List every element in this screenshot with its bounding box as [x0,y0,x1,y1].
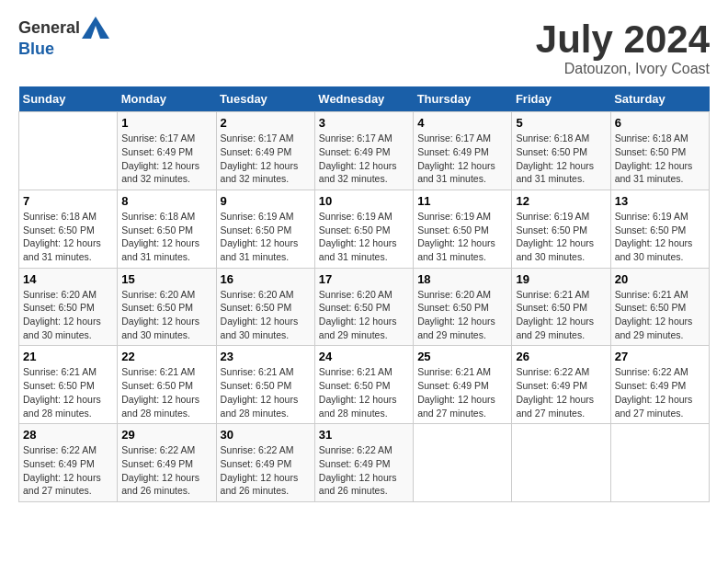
calendar-cell [610,424,709,502]
col-header-thursday: Thursday [414,86,512,112]
day-info: Sunrise: 6:20 AM Sunset: 6:50 PM Dayligh… [221,288,311,342]
day-number: 29 [121,428,211,442]
day-number: 14 [23,272,113,286]
day-info: Sunrise: 6:18 AM Sunset: 6:50 PM Dayligh… [23,210,113,264]
location-title: Datouzon, Ivory Coast [536,61,710,77]
day-number: 17 [319,272,409,286]
day-number: 1 [121,116,211,130]
calendar-cell: 12Sunrise: 6:19 AM Sunset: 6:50 PM Dayli… [512,190,610,268]
day-info: Sunrise: 6:19 AM Sunset: 6:50 PM Dayligh… [221,210,311,264]
calendar-week-4: 21Sunrise: 6:21 AM Sunset: 6:50 PM Dayli… [19,346,710,424]
calendar-table: SundayMondayTuesdayWednesdayThursdayFrid… [18,86,710,502]
calendar-cell: 22Sunrise: 6:21 AM Sunset: 6:50 PM Dayli… [118,346,216,424]
day-info: Sunrise: 6:21 AM Sunset: 6:50 PM Dayligh… [319,365,409,419]
page-header: General Blue July 2024 Datouzon, Ivory C… [18,18,710,77]
calendar-cell: 7Sunrise: 6:18 AM Sunset: 6:50 PM Daylig… [19,190,118,268]
day-number: 6 [615,116,705,130]
col-header-monday: Monday [118,86,216,112]
day-info: Sunrise: 6:20 AM Sunset: 6:50 PM Dayligh… [23,288,113,342]
day-number: 8 [121,194,211,208]
month-title: July 2024 [536,18,710,61]
day-number: 25 [417,350,507,363]
day-info: Sunrise: 6:22 AM Sunset: 6:49 PM Dayligh… [221,443,311,498]
calendar-cell: 23Sunrise: 6:21 AM Sunset: 6:50 PM Dayli… [216,346,314,424]
calendar-cell: 17Sunrise: 6:20 AM Sunset: 6:50 PM Dayli… [314,268,413,346]
calendar-cell [414,424,512,502]
day-number: 4 [417,116,507,130]
calendar-cell: 24Sunrise: 6:21 AM Sunset: 6:50 PM Dayli… [314,346,413,424]
calendar-cell: 14Sunrise: 6:20 AM Sunset: 6:50 PM Dayli… [19,268,118,346]
day-number: 11 [417,194,507,208]
day-info: Sunrise: 6:20 AM Sunset: 6:50 PM Dayligh… [319,288,409,342]
calendar-header-row: SundayMondayTuesdayWednesdayThursdayFrid… [19,86,710,112]
calendar-cell: 31Sunrise: 6:22 AM Sunset: 6:49 PM Dayli… [314,424,413,502]
calendar-week-3: 14Sunrise: 6:20 AM Sunset: 6:50 PM Dayli… [19,268,710,346]
day-info: Sunrise: 6:17 AM Sunset: 6:49 PM Dayligh… [319,132,409,186]
day-number: 9 [221,194,311,208]
col-header-friday: Friday [512,86,610,112]
day-number: 7 [23,194,113,208]
logo-general: General [18,18,109,40]
calendar-cell: 10Sunrise: 6:19 AM Sunset: 6:50 PM Dayli… [314,190,413,268]
calendar-week-2: 7Sunrise: 6:18 AM Sunset: 6:50 PM Daylig… [19,190,710,268]
day-number: 30 [221,428,311,442]
calendar-cell: 28Sunrise: 6:22 AM Sunset: 6:49 PM Dayli… [19,424,118,502]
day-info: Sunrise: 6:17 AM Sunset: 6:49 PM Dayligh… [221,132,311,186]
day-info: Sunrise: 6:21 AM Sunset: 6:49 PM Dayligh… [417,365,507,419]
day-number: 23 [221,350,311,363]
day-number: 31 [319,428,409,442]
day-number: 12 [516,194,606,208]
day-info: Sunrise: 6:22 AM Sunset: 6:49 PM Dayligh… [121,443,211,498]
calendar-cell [19,112,118,190]
calendar-cell: 20Sunrise: 6:21 AM Sunset: 6:50 PM Dayli… [610,268,709,346]
day-info: Sunrise: 6:22 AM Sunset: 6:49 PM Dayligh… [516,365,606,419]
day-number: 26 [516,350,606,363]
col-header-wednesday: Wednesday [314,86,413,112]
calendar-cell: 11Sunrise: 6:19 AM Sunset: 6:50 PM Dayli… [414,190,512,268]
calendar-cell: 18Sunrise: 6:20 AM Sunset: 6:50 PM Dayli… [414,268,512,346]
day-number: 5 [516,116,606,130]
day-info: Sunrise: 6:19 AM Sunset: 6:50 PM Dayligh… [319,210,409,264]
day-info: Sunrise: 6:18 AM Sunset: 6:50 PM Dayligh… [516,132,606,186]
calendar-cell: 3Sunrise: 6:17 AM Sunset: 6:49 PM Daylig… [314,112,413,190]
day-number: 3 [319,116,409,130]
calendar-cell: 1Sunrise: 6:17 AM Sunset: 6:49 PM Daylig… [118,112,216,190]
day-info: Sunrise: 6:19 AM Sunset: 6:50 PM Dayligh… [615,210,705,264]
calendar-cell: 8Sunrise: 6:18 AM Sunset: 6:50 PM Daylig… [118,190,216,268]
day-number: 28 [23,428,113,442]
calendar-week-5: 28Sunrise: 6:22 AM Sunset: 6:49 PM Dayli… [19,424,710,502]
day-number: 21 [23,350,113,363]
calendar-cell: 4Sunrise: 6:17 AM Sunset: 6:49 PM Daylig… [414,112,512,190]
day-number: 22 [121,350,211,363]
day-info: Sunrise: 6:18 AM Sunset: 6:50 PM Dayligh… [121,210,211,264]
day-info: Sunrise: 6:17 AM Sunset: 6:49 PM Dayligh… [417,132,507,186]
calendar-cell: 5Sunrise: 6:18 AM Sunset: 6:50 PM Daylig… [512,112,610,190]
col-header-tuesday: Tuesday [216,86,314,112]
day-number: 15 [121,272,211,286]
day-info: Sunrise: 6:17 AM Sunset: 6:49 PM Dayligh… [121,132,211,186]
day-info: Sunrise: 6:22 AM Sunset: 6:49 PM Dayligh… [615,365,705,419]
logo-blue: Blue [18,40,109,59]
day-info: Sunrise: 6:21 AM Sunset: 6:50 PM Dayligh… [615,288,705,342]
day-info: Sunrise: 6:21 AM Sunset: 6:50 PM Dayligh… [516,288,606,342]
calendar-cell: 25Sunrise: 6:21 AM Sunset: 6:49 PM Dayli… [414,346,512,424]
day-number: 24 [319,350,409,363]
calendar-cell: 15Sunrise: 6:20 AM Sunset: 6:50 PM Dayli… [118,268,216,346]
col-header-sunday: Sunday [19,86,118,112]
day-number: 16 [221,272,311,286]
logo: General Blue [18,18,109,59]
day-info: Sunrise: 6:22 AM Sunset: 6:49 PM Dayligh… [23,443,113,498]
day-number: 19 [516,272,606,286]
day-info: Sunrise: 6:21 AM Sunset: 6:50 PM Dayligh… [23,365,113,419]
day-info: Sunrise: 6:19 AM Sunset: 6:50 PM Dayligh… [516,210,606,264]
calendar-cell: 30Sunrise: 6:22 AM Sunset: 6:49 PM Dayli… [216,424,314,502]
day-number: 20 [615,272,705,286]
calendar-cell: 21Sunrise: 6:21 AM Sunset: 6:50 PM Dayli… [19,346,118,424]
calendar-cell [512,424,610,502]
calendar-cell: 6Sunrise: 6:18 AM Sunset: 6:50 PM Daylig… [610,112,709,190]
day-number: 18 [417,272,507,286]
calendar-cell: 26Sunrise: 6:22 AM Sunset: 6:49 PM Dayli… [512,346,610,424]
calendar-cell: 13Sunrise: 6:19 AM Sunset: 6:50 PM Dayli… [610,190,709,268]
day-number: 13 [615,194,705,208]
day-number: 27 [615,350,705,363]
